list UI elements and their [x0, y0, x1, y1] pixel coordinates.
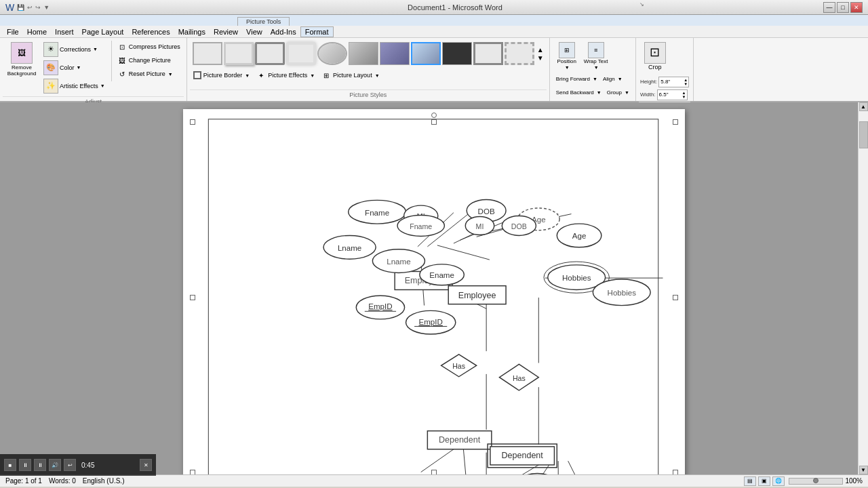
height-input[interactable]: 5.8" ▲ ▼ — [658, 77, 689, 87]
picture-layout-button[interactable]: ⊞ Picture Layout ▼ — [319, 69, 381, 81]
handle-bl[interactable] — [190, 470, 195, 474]
quick-access-save[interactable]: 💾 — [17, 4, 24, 11]
ps-thumb-8[interactable] — [411, 42, 441, 65]
svg-text:DOB: DOB — [511, 222, 527, 230]
handle-bm[interactable] — [431, 470, 437, 474]
menu-addins[interactable]: Add-Ins — [267, 27, 300, 37]
ps-thumb-6[interactable] — [349, 42, 378, 65]
handle-tl[interactable] — [190, 119, 195, 125]
media-replay-button[interactable]: ↩ — [64, 459, 76, 471]
width-control: Width: 6.5" ▲ ▼ — [640, 89, 689, 100]
scroll-bar-right[interactable]: ▲ ▼ — [858, 102, 868, 474]
media-time: 0:45 — [81, 462, 94, 469]
menu-view[interactable]: View — [242, 27, 267, 37]
bring-forward-button[interactable]: Bring Forward ▼ — [554, 73, 599, 85]
change-picture-icon: 🖼 — [117, 56, 127, 65]
handle-br[interactable] — [673, 470, 678, 474]
menu-file[interactable]: File — [3, 27, 23, 37]
change-picture-button[interactable]: 🖼 Change Picture — [115, 54, 182, 66]
ribbon-group-picture-styles: ▲ ▼ Picture Border ▼ ✦ Picture Effects ▼… — [187, 38, 550, 101]
picture-styles-expand[interactable]: ↘ — [639, 1, 644, 7]
ribbon-group-arrange: ⊞ Position ▼ ≡ Wrap Text ▼ Bring Forward… — [550, 38, 636, 101]
close-button[interactable]: ✕ — [850, 2, 863, 13]
print-layout-view[interactable]: ▤ — [744, 476, 756, 486]
group-button[interactable]: Group ▼ — [605, 87, 631, 99]
full-reading-view[interactable]: ▣ — [758, 476, 770, 486]
reset-picture-button[interactable]: ↺ Reset Picture ▼ — [115, 68, 182, 80]
width-down[interactable]: ▼ — [682, 95, 687, 99]
scroll-down-button[interactable]: ▼ — [859, 466, 868, 474]
compress-pictures-button[interactable]: ⊡ Compress Pictures — [115, 41, 182, 53]
remove-background-button[interactable]: 🖼 Remove Background — [4, 41, 39, 79]
quick-access-undo[interactable]: ↩ — [27, 4, 33, 11]
maximize-button[interactable]: □ — [837, 2, 849, 13]
page-status: Page: 1 of 1 — [5, 477, 42, 485]
quick-access-dropdown[interactable]: ▼ — [43, 4, 50, 11]
menu-home[interactable]: Home — [23, 27, 51, 37]
status-bar: Page: 1 of 1 Words: 0 English (U.S.) ▤ ▣… — [0, 474, 868, 487]
handle-tm[interactable] — [431, 119, 437, 125]
picture-layout-icon: ⊞ — [321, 70, 331, 80]
quick-access-redo[interactable]: ↪ — [35, 4, 41, 11]
svg-text:Dependent: Dependent — [502, 451, 544, 460]
menu-page-layout[interactable]: Page Layout — [78, 27, 128, 37]
media-audio-button[interactable]: 🔊 — [49, 459, 61, 471]
ps-thumb-9[interactable] — [442, 42, 472, 65]
scroll-thumb[interactable] — [859, 121, 868, 148]
wrap-text-button[interactable]: ≡ Wrap Text ▼ — [581, 41, 611, 72]
minimize-button[interactable]: — — [823, 2, 835, 13]
ps-thumb-7[interactable] — [380, 42, 410, 65]
ps-thumb-1[interactable] — [193, 42, 222, 65]
artistic-effects-dropdown[interactable]: ▼ — [100, 83, 105, 89]
corrections-icon: ☀ — [43, 42, 58, 57]
ribbon-group-adjust: 🖼 Remove Background ☀ Corrections ▼ 🎨 Co… — [0, 38, 187, 101]
picture-effects-button[interactable]: ✦ Picture Effects ▼ — [254, 69, 317, 81]
color-button[interactable]: 🎨 Color ▼ — [41, 59, 108, 77]
crop-button[interactable]: ⊡ Crop — [640, 41, 670, 73]
align-button[interactable]: Align ▼ — [601, 73, 625, 85]
web-layout-view[interactable]: 🌐 — [772, 476, 785, 486]
zoom-level: 100% — [845, 477, 863, 485]
ps-scroll-up[interactable]: ▲ — [537, 46, 544, 54]
position-button[interactable]: ⊞ Position ▼ — [554, 41, 580, 72]
height-down[interactable]: ▼ — [683, 82, 688, 86]
menu-mailings[interactable]: Mailings — [174, 27, 210, 37]
handle-mr[interactable] — [673, 295, 678, 300]
ps-thumb-5[interactable] — [317, 42, 347, 65]
picture-border-button[interactable]: Picture Border ▼ — [191, 69, 252, 81]
send-backward-button[interactable]: Send Backward ▼ — [554, 87, 604, 99]
ps-scroll-down[interactable]: ▼ — [537, 54, 544, 62]
media-pause-button[interactable]: ⏸ — [19, 459, 31, 471]
menu-bar: File Home Insert Page Layout References … — [0, 26, 868, 38]
menu-format[interactable]: Format — [300, 26, 334, 37]
svg-text:Age: Age — [572, 232, 587, 240]
svg-rect-81 — [208, 119, 658, 474]
ps-thumb-2[interactable] — [224, 42, 254, 65]
corrections-button[interactable]: ☀ Corrections ▼ — [41, 41, 108, 58]
zoom-slider[interactable] — [789, 478, 843, 485]
er-diagram: Employee Employee Has Has Dependent Depe… — [200, 116, 668, 474]
menu-references[interactable]: References — [127, 27, 174, 37]
status-left: Page: 1 of 1 Words: 0 English (U.S.) — [5, 477, 124, 485]
menu-review[interactable]: Review — [210, 27, 242, 37]
color-dropdown[interactable]: ▼ — [77, 65, 81, 70]
ps-thumb-4[interactable] — [286, 42, 316, 65]
width-input[interactable]: 6.5" ▲ ▼ — [657, 89, 688, 100]
ps-thumb-10[interactable] — [473, 42, 503, 65]
ps-thumb-3[interactable] — [255, 42, 285, 65]
scroll-up-button[interactable]: ▲ — [859, 102, 868, 111]
media-close-button[interactable]: ✕ — [140, 459, 152, 471]
svg-line-17 — [463, 449, 467, 474]
handle-ml[interactable] — [190, 295, 195, 300]
reset-picture-dropdown[interactable]: ▼ — [168, 72, 173, 77]
ps-thumb-11[interactable] — [505, 42, 534, 65]
menu-insert[interactable]: Insert — [51, 27, 78, 37]
view-buttons: ▤ ▣ 🌐 — [744, 476, 785, 486]
artistic-effects-button[interactable]: ✨ Artistic Effects ▼ — [41, 77, 108, 95]
media-stop-button[interactable]: ■ — [4, 459, 16, 471]
handle-tr[interactable] — [673, 119, 678, 125]
corrections-dropdown[interactable]: ▼ — [93, 47, 98, 52]
zoom-thumb[interactable] — [813, 478, 818, 483]
title-bar: W 💾 ↩ ↪ ▼ Document1 - Microsoft Word — □… — [0, 0, 868, 15]
media-step-button[interactable]: ⏸ — [34, 459, 46, 471]
